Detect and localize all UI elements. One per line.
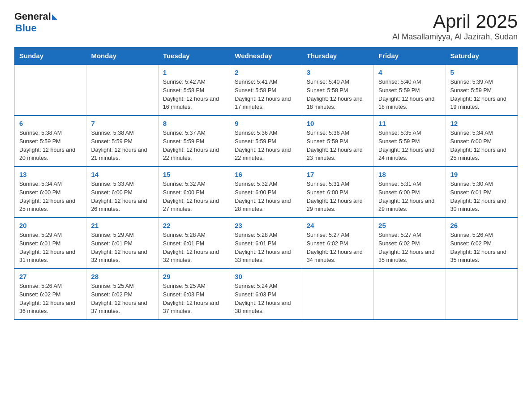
table-row [374, 269, 446, 320]
day-info: Sunrise: 5:37 AMSunset: 5:59 PMDaylight:… [163, 129, 225, 163]
day-info: Sunrise: 5:25 AMSunset: 6:03 PMDaylight:… [163, 282, 225, 316]
day-info: Sunrise: 5:38 AMSunset: 5:59 PMDaylight:… [91, 129, 153, 163]
header-wednesday: Wednesday [230, 47, 302, 65]
header-tuesday: Tuesday [158, 47, 230, 65]
table-row [86, 64, 158, 116]
calendar-week-5: 27Sunrise: 5:26 AMSunset: 6:02 PMDayligh… [15, 269, 518, 320]
header-thursday: Thursday [302, 47, 373, 65]
day-number: 3 [307, 68, 369, 76]
header-friday: Friday [374, 47, 446, 65]
calendar-header-row: Sunday Monday Tuesday Wednesday Thursday… [15, 47, 518, 65]
table-row: 8Sunrise: 5:37 AMSunset: 5:59 PMDaylight… [158, 116, 230, 167]
table-row [15, 64, 86, 116]
day-number: 26 [450, 222, 513, 229]
day-number: 29 [163, 273, 225, 280]
table-row: 15Sunrise: 5:32 AMSunset: 6:00 PMDayligh… [158, 167, 230, 218]
day-info: Sunrise: 5:30 AMSunset: 6:01 PMDaylight:… [450, 180, 513, 214]
day-info: Sunrise: 5:25 AMSunset: 6:02 PMDaylight:… [91, 282, 153, 316]
calendar-week-3: 13Sunrise: 5:34 AMSunset: 6:00 PMDayligh… [15, 167, 518, 218]
table-row: 29Sunrise: 5:25 AMSunset: 6:03 PMDayligh… [158, 269, 230, 320]
table-row: 27Sunrise: 5:26 AMSunset: 6:02 PMDayligh… [15, 269, 86, 320]
table-row: 3Sunrise: 5:40 AMSunset: 5:58 PMDaylight… [302, 64, 373, 116]
day-number: 13 [19, 171, 82, 178]
title-section: April 2025 Al Masallamiyya, Al Jazirah, … [392, 11, 518, 42]
logo: General Blue [14, 11, 57, 34]
table-row: 2Sunrise: 5:41 AMSunset: 5:58 PMDaylight… [230, 64, 302, 116]
table-row: 11Sunrise: 5:35 AMSunset: 5:59 PMDayligh… [374, 116, 446, 167]
day-info: Sunrise: 5:29 AMSunset: 6:01 PMDaylight:… [19, 231, 82, 265]
header-sunday: Sunday [15, 47, 86, 65]
page-header: General Blue April 2025 Al Masallamiyya,… [14, 11, 518, 42]
calendar-week-1: 1Sunrise: 5:42 AMSunset: 5:58 PMDaylight… [15, 64, 518, 116]
table-row: 6Sunrise: 5:38 AMSunset: 5:59 PMDaylight… [15, 116, 86, 167]
table-row: 23Sunrise: 5:28 AMSunset: 6:01 PMDayligh… [230, 218, 302, 269]
day-number: 19 [450, 171, 513, 178]
day-info: Sunrise: 5:32 AMSunset: 6:00 PMDaylight:… [235, 180, 297, 214]
day-number: 30 [235, 273, 297, 280]
logo-triangle-icon [52, 14, 57, 20]
day-number: 20 [19, 222, 82, 229]
day-info: Sunrise: 5:38 AMSunset: 5:59 PMDaylight:… [19, 129, 82, 163]
day-number: 9 [235, 120, 297, 127]
day-info: Sunrise: 5:26 AMSunset: 6:02 PMDaylight:… [450, 231, 513, 265]
day-info: Sunrise: 5:32 AMSunset: 6:00 PMDaylight:… [163, 180, 225, 214]
table-row: 9Sunrise: 5:36 AMSunset: 5:59 PMDaylight… [230, 116, 302, 167]
day-number: 17 [307, 171, 369, 178]
day-info: Sunrise: 5:39 AMSunset: 5:59 PMDaylight:… [450, 78, 513, 111]
day-info: Sunrise: 5:34 AMSunset: 6:00 PMDaylight:… [19, 180, 82, 214]
table-row: 16Sunrise: 5:32 AMSunset: 6:00 PMDayligh… [230, 167, 302, 218]
day-number: 15 [163, 171, 225, 178]
logo-general-text: General [14, 11, 51, 22]
page-title: April 2025 [392, 11, 518, 32]
day-number: 28 [91, 273, 153, 280]
day-info: Sunrise: 5:41 AMSunset: 5:58 PMDaylight:… [235, 78, 297, 111]
table-row: 24Sunrise: 5:27 AMSunset: 6:02 PMDayligh… [302, 218, 373, 269]
day-number: 5 [450, 68, 513, 76]
day-number: 21 [91, 222, 153, 229]
table-row: 22Sunrise: 5:28 AMSunset: 6:01 PMDayligh… [158, 218, 230, 269]
table-row: 5Sunrise: 5:39 AMSunset: 5:59 PMDaylight… [446, 64, 517, 116]
day-info: Sunrise: 5:40 AMSunset: 5:59 PMDaylight:… [378, 78, 441, 111]
day-number: 12 [450, 120, 513, 127]
day-info: Sunrise: 5:28 AMSunset: 6:01 PMDaylight:… [235, 231, 297, 265]
table-row: 21Sunrise: 5:29 AMSunset: 6:01 PMDayligh… [86, 218, 158, 269]
day-number: 7 [91, 120, 153, 127]
day-number: 22 [163, 222, 225, 229]
table-row [302, 269, 373, 320]
calendar-week-4: 20Sunrise: 5:29 AMSunset: 6:01 PMDayligh… [15, 218, 518, 269]
day-info: Sunrise: 5:34 AMSunset: 6:00 PMDaylight:… [450, 129, 513, 163]
table-row: 19Sunrise: 5:30 AMSunset: 6:01 PMDayligh… [446, 167, 517, 218]
table-row: 7Sunrise: 5:38 AMSunset: 5:59 PMDaylight… [86, 116, 158, 167]
table-row [446, 269, 517, 320]
day-number: 25 [378, 222, 441, 229]
day-info: Sunrise: 5:28 AMSunset: 6:01 PMDaylight:… [163, 231, 225, 265]
day-info: Sunrise: 5:36 AMSunset: 5:59 PMDaylight:… [235, 129, 297, 163]
table-row: 30Sunrise: 5:24 AMSunset: 6:03 PMDayligh… [230, 269, 302, 320]
header-monday: Monday [86, 47, 158, 65]
table-row: 20Sunrise: 5:29 AMSunset: 6:01 PMDayligh… [15, 218, 86, 269]
day-number: 4 [378, 68, 441, 76]
table-row: 18Sunrise: 5:31 AMSunset: 6:00 PMDayligh… [374, 167, 446, 218]
day-info: Sunrise: 5:27 AMSunset: 6:02 PMDaylight:… [307, 231, 369, 265]
day-info: Sunrise: 5:31 AMSunset: 6:00 PMDaylight:… [378, 180, 441, 214]
table-row: 28Sunrise: 5:25 AMSunset: 6:02 PMDayligh… [86, 269, 158, 320]
calendar-week-2: 6Sunrise: 5:38 AMSunset: 5:59 PMDaylight… [15, 116, 518, 167]
table-row: 26Sunrise: 5:26 AMSunset: 6:02 PMDayligh… [446, 218, 517, 269]
day-info: Sunrise: 5:42 AMSunset: 5:58 PMDaylight:… [163, 78, 225, 111]
day-info: Sunrise: 5:26 AMSunset: 6:02 PMDaylight:… [19, 282, 82, 316]
day-info: Sunrise: 5:35 AMSunset: 5:59 PMDaylight:… [378, 129, 441, 163]
day-number: 11 [378, 120, 441, 127]
day-info: Sunrise: 5:36 AMSunset: 5:59 PMDaylight:… [307, 129, 369, 163]
day-number: 18 [378, 171, 441, 178]
table-row: 1Sunrise: 5:42 AMSunset: 5:58 PMDaylight… [158, 64, 230, 116]
table-row: 17Sunrise: 5:31 AMSunset: 6:00 PMDayligh… [302, 167, 373, 218]
day-number: 24 [307, 222, 369, 229]
day-number: 23 [235, 222, 297, 229]
calendar-table: Sunday Monday Tuesday Wednesday Thursday… [14, 47, 518, 320]
day-info: Sunrise: 5:31 AMSunset: 6:00 PMDaylight:… [307, 180, 369, 214]
logo-blue-text: Blue [15, 22, 37, 34]
day-number: 8 [163, 120, 225, 127]
table-row: 10Sunrise: 5:36 AMSunset: 5:59 PMDayligh… [302, 116, 373, 167]
table-row: 12Sunrise: 5:34 AMSunset: 6:00 PMDayligh… [446, 116, 517, 167]
table-row: 13Sunrise: 5:34 AMSunset: 6:00 PMDayligh… [15, 167, 86, 218]
